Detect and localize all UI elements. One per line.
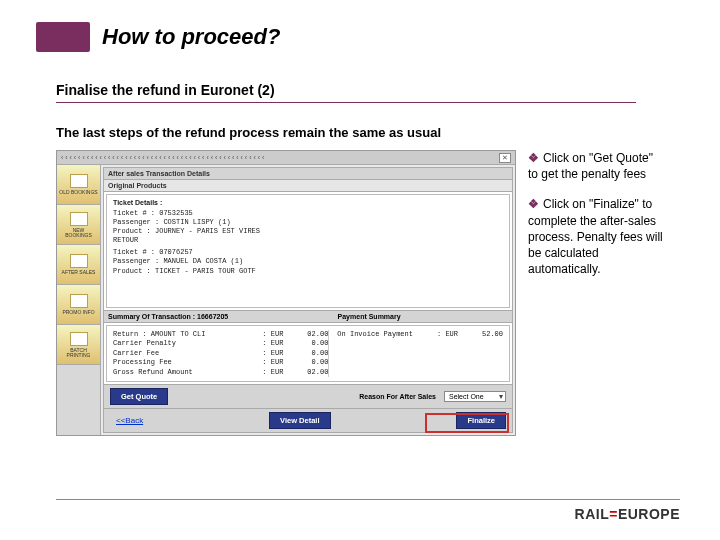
book-icon	[70, 174, 88, 188]
logo: RAIL=EUROPE	[575, 506, 680, 522]
payment-row: On Invoice Payment: EUR52.00	[337, 330, 503, 339]
section-title: After sales Transaction Details	[104, 168, 512, 180]
back-link[interactable]: <<Back	[116, 416, 143, 425]
sidebar-item-old-bookings[interactable]: OLD BOOKINGS	[57, 165, 100, 205]
get-quote-button[interactable]: Get Quote	[110, 388, 168, 405]
embedded-screenshot: ‹ ‹ ‹ ‹ ‹ ‹ ‹ ‹ ‹ ‹ ‹ ‹ ‹ ‹ ‹ ‹ ‹ ‹ ‹ ‹ …	[56, 150, 516, 436]
summary-row: Carrier Fee: EUR0.00	[113, 349, 328, 358]
summary-row: Gross Refund Amount: EUR02.00	[113, 368, 328, 377]
bullet-icon: ❖	[528, 151, 539, 165]
summary-left: Return : AMOUNT TO CLI: EUR02.00 Carrier…	[113, 330, 328, 377]
sidebar: OLD BOOKINGS NEW BOOKINGS AFTER SALES PR…	[57, 165, 101, 435]
ticket-details-pane: Ticket Details : Ticket # : 07532535 Pas…	[106, 194, 510, 308]
summary-row: Return : AMOUNT TO CLI: EUR02.00	[113, 330, 328, 339]
info-icon	[70, 294, 88, 308]
ticket-block-1: Ticket # : 07532535 Passenger : COSTIN L…	[113, 209, 503, 245]
summary-pane: Return : AMOUNT TO CLI: EUR02.00 Carrier…	[106, 325, 510, 382]
reason-select[interactable]: Select One	[444, 391, 506, 402]
close-icon[interactable]: ✕	[499, 153, 511, 163]
titlebar: ‹ ‹ ‹ ‹ ‹ ‹ ‹ ‹ ‹ ‹ ‹ ‹ ‹ ‹ ‹ ‹ ‹ ‹ ‹ ‹ …	[57, 151, 515, 165]
finalize-button[interactable]: Finalize	[456, 412, 506, 429]
divider	[56, 102, 636, 103]
original-products-header: Original Products	[104, 180, 512, 192]
subtitle: Finalise the refund in Euronet (2)	[56, 82, 664, 98]
sidebar-item-after-sales[interactable]: AFTER SALES	[57, 245, 100, 285]
notes: ❖Click on "Get Quote" to get the penalty…	[528, 150, 664, 436]
main-panel: After sales Transaction Details Original…	[103, 167, 513, 433]
ticket-details-label: Ticket Details :	[113, 199, 503, 206]
titlebar-deco: ‹ ‹ ‹ ‹ ‹ ‹ ‹ ‹ ‹ ‹ ‹ ‹ ‹ ‹ ‹ ‹ ‹ ‹ ‹ ‹ …	[61, 154, 264, 161]
page-title: How to proceed?	[102, 24, 280, 50]
printer-icon	[70, 332, 88, 346]
body-text: The last steps of the refund process rem…	[56, 125, 664, 140]
reason-label: Reason For After Sales	[359, 393, 436, 400]
ticket-icon	[70, 254, 88, 268]
action-row-2: <<Back View Detail Finalize	[104, 408, 512, 432]
action-row-1: Get Quote Reason For After Sales Select …	[104, 384, 512, 408]
slide-header: How to proceed?	[0, 0, 720, 52]
ticket-block-2: Ticket # : 07076257 Passenger : MANUEL D…	[113, 248, 503, 275]
app-window: ‹ ‹ ‹ ‹ ‹ ‹ ‹ ‹ ‹ ‹ ‹ ‹ ‹ ‹ ‹ ‹ ‹ ‹ ‹ ‹ …	[56, 150, 516, 436]
note-2: ❖Click on "Finalize" to complete the aft…	[528, 196, 664, 277]
footer: RAIL=EUROPE	[56, 499, 680, 522]
summary-row: Carrier Penalty: EUR0.00	[113, 339, 328, 348]
accent-block	[36, 22, 90, 52]
sidebar-item-batch-printing[interactable]: BATCH PRINTING	[57, 325, 100, 365]
payment-summary: On Invoice Payment: EUR52.00	[328, 330, 503, 377]
view-detail-button[interactable]: View Detail	[269, 412, 330, 429]
book-icon	[70, 212, 88, 226]
note-1: ❖Click on "Get Quote" to get the penalty…	[528, 150, 664, 182]
summary-header: Summary Of Transaction : 16667205 Paymen…	[104, 310, 512, 323]
sidebar-item-new-bookings[interactable]: NEW BOOKINGS	[57, 205, 100, 245]
bullet-icon: ❖	[528, 197, 539, 211]
summary-row: Processing Fee: EUR0.00	[113, 358, 328, 367]
sidebar-item-promo-info[interactable]: PROMO INFO	[57, 285, 100, 325]
